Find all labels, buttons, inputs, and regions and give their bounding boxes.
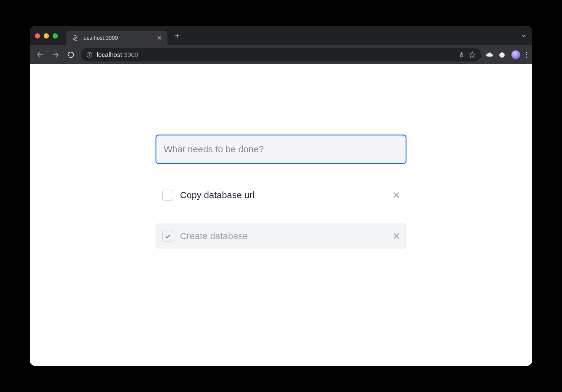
close-window-button[interactable]	[35, 33, 40, 39]
delete-todo-button[interactable]	[393, 233, 400, 239]
toolbar-actions	[486, 50, 527, 59]
todo-checkbox[interactable]	[162, 231, 173, 242]
new-todo-input[interactable]	[155, 135, 407, 164]
todo-checkbox[interactable]	[162, 190, 173, 201]
todo-app: Copy database url Create database	[155, 135, 407, 366]
titlebar: localhost:3000	[30, 26, 532, 45]
maximize-window-button[interactable]	[53, 33, 58, 39]
url-text: localhost:3000	[97, 51, 454, 58]
browser-window: localhost:3000 localhost:3000	[30, 26, 532, 366]
svelte-favicon-icon	[72, 35, 79, 41]
new-tab-button[interactable]	[173, 31, 182, 40]
forward-button[interactable]	[50, 50, 61, 60]
address-bar[interactable]: localhost:3000	[81, 48, 481, 61]
delete-todo-button[interactable]	[393, 192, 400, 198]
site-info-icon[interactable]	[86, 52, 92, 58]
close-tab-button[interactable]	[157, 35, 162, 40]
profile-avatar[interactable]	[511, 50, 520, 59]
todo-label: Create database	[180, 231, 386, 241]
url-host: localhost	[97, 51, 122, 58]
todo-item: Create database	[155, 223, 407, 249]
extensions-button[interactable]	[499, 51, 506, 58]
toolbar: localhost:3000	[30, 45, 532, 64]
url-port: :3000	[122, 51, 138, 58]
tab-title: localhost:3000	[82, 35, 153, 41]
todo-list: Copy database url Create database	[155, 182, 407, 249]
share-button[interactable]	[459, 52, 465, 58]
browser-menu-button[interactable]	[526, 52, 527, 58]
bookmark-button[interactable]	[469, 51, 476, 58]
tab-overflow-button[interactable]	[520, 32, 527, 39]
window-controls	[35, 33, 58, 39]
svg-marker-9	[470, 52, 475, 57]
minimize-window-button[interactable]	[44, 33, 49, 39]
page-content: Copy database url Create database	[30, 64, 532, 366]
back-button[interactable]	[35, 50, 45, 60]
svg-point-8	[89, 53, 90, 54]
todo-label: Copy database url	[180, 190, 386, 200]
reload-button[interactable]	[66, 50, 76, 60]
todo-item: Copy database url	[155, 182, 407, 208]
cloud-extension-icon[interactable]	[486, 52, 493, 58]
browser-tab[interactable]: localhost:3000	[66, 31, 167, 45]
